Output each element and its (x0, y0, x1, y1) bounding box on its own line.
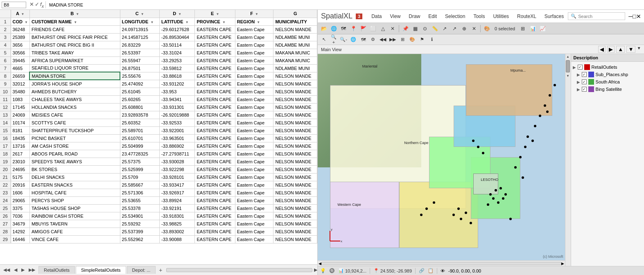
cell-name[interactable]: BK STORES (29, 165, 120, 173)
layer-subplaces[interactable]: ▶ ✓ Sub_Places.shp (573, 71, 643, 78)
cell-name[interactable]: MBUYIS TAVERN (29, 220, 120, 228)
cell-region[interactable]: Eastern Cape (235, 158, 273, 165)
minimize-button[interactable]: ─ (628, 13, 633, 20)
globe2-btn[interactable]: 🌐 (349, 36, 358, 44)
cell-province[interactable]: EASTERN CAPE (195, 103, 235, 111)
cell-province[interactable]: EASTERN CAPE (195, 33, 235, 41)
cell-municipality[interactable]: NELSON MANDE (273, 204, 317, 212)
cell-latitude[interactable]: -33.933417 (160, 181, 195, 189)
cell-name[interactable]: BATHURST ONE PRICE BIG II (29, 41, 120, 49)
add-sheet-button[interactable]: + (156, 267, 165, 273)
export-btn2[interactable]: 📈 (538, 24, 547, 33)
cell-longitude[interactable]: 25.504999 (120, 142, 159, 150)
cell-longitude[interactable]: 25.571306 (120, 189, 159, 196)
cell-cod[interactable]: 35480 (11, 88, 29, 95)
nav-draw[interactable]: Draw (404, 12, 424, 21)
sheet-nav-next[interactable]: ▶ (20, 266, 26, 273)
cell-municipality[interactable]: NELSON MANDE (273, 165, 317, 173)
pin-btn[interactable]: 📌 (401, 24, 410, 33)
cell-name[interactable]: FRIENDS CAFE (29, 25, 120, 33)
cell-cod[interactable]: 13716 (11, 142, 29, 150)
nav-surfaces[interactable]: Surfaces (540, 12, 568, 21)
col-header-e[interactable]: E ▼ (195, 10, 235, 18)
cell-province[interactable]: EASTERN CAPE (195, 165, 235, 173)
layer-retailoutlets[interactable]: ▶ ✓ RetailOutlets (573, 63, 643, 71)
globe-btn[interactable]: 🌐 (329, 24, 338, 33)
cell-name[interactable]: TASHAS HOUSE SHOP (29, 204, 120, 212)
expand-icon-3[interactable]: ▶ (577, 80, 580, 84)
checkbox-2[interactable]: ✓ (582, 72, 587, 77)
cell-name[interactable]: CHALEES TAKE AWAYS (29, 95, 120, 103)
cell-latitude[interactable]: -33.94341 (160, 95, 195, 103)
route-btn[interactable]: ↗ (440, 24, 449, 33)
cell-municipality[interactable]: NELSON MANDE (273, 111, 317, 119)
cell-province[interactable]: EASTERN CAPE (195, 158, 235, 165)
table-wrapper[interactable]: A ▼ B ▼ C ▼ D ▼ E ▼ F ▼ G 1 COD ▼ CUSTOM… (0, 10, 317, 264)
row-num-cell[interactable]: 21 (0, 173, 11, 181)
select-btn[interactable]: ▦ (411, 24, 420, 33)
cell-latitude[interactable]: -26.89530464 (160, 33, 195, 41)
lasso-btn[interactable]: ⊙ (420, 24, 429, 33)
cell-region[interactable]: Eastern Cape (235, 111, 273, 119)
col-header-d[interactable]: D ▼ (160, 10, 195, 18)
cell-region[interactable]: Eastern Cape (235, 103, 273, 111)
cell-name[interactable]: PERCYS SHOP (29, 196, 120, 204)
checkbox-1[interactable]: ✓ (578, 65, 583, 70)
row-num-cell[interactable]: 18 (0, 150, 11, 158)
cell-longitude[interactable]: 23.47728325 (120, 150, 159, 158)
cell-longitude[interactable]: 25.585667 (120, 181, 159, 189)
sheet-nav-first[interactable]: ◀◀ (2, 266, 11, 273)
cell-region[interactable]: Eastern Cape (235, 181, 273, 189)
row-num-cell[interactable]: 12 (0, 103, 11, 111)
cell-cod[interactable]: 10174 (11, 119, 29, 126)
view-expand-right[interactable]: ▶ (607, 46, 615, 53)
expand-icon-1[interactable]: ▶ (573, 65, 576, 70)
cell-region[interactable]: Eastern Cape (235, 235, 273, 243)
cell-name[interactable]: VINCE CAFE (29, 235, 120, 243)
cell-region[interactable]: Eastern Cape (235, 150, 273, 158)
cell-name[interactable]: PICNIC BASKET (29, 134, 120, 142)
cell-name[interactable]: SCOTTYS CAFE (29, 119, 120, 126)
cell-name[interactable]: MEISIES CAFE (29, 111, 120, 119)
cell-municipality[interactable]: NELSON MANDE (273, 173, 317, 181)
cell-region[interactable]: Eastern Cape (235, 88, 273, 95)
row-num-cell[interactable]: 25 (0, 204, 11, 212)
cell-municipality[interactable]: NELSON MANDE (273, 220, 317, 228)
tool4-btn[interactable]: ↗ (450, 24, 459, 33)
map-v-scrollbar[interactable]: ▲ ▼ (565, 54, 571, 266)
row-num-cell[interactable]: 19 (0, 158, 11, 165)
cell-longitude[interactable]: 25.57375 (120, 158, 159, 165)
nav-edit[interactable]: Edit (424, 12, 441, 21)
cell-province[interactable]: EASTERN CAPE (195, 56, 235, 64)
cell-longitude[interactable]: 23.92893578 (120, 111, 159, 119)
view-expand-down[interactable]: ▼ (626, 46, 635, 53)
cell-name[interactable]: AMIGOS CAFE (29, 228, 120, 235)
row-num-cell[interactable]: 11 (0, 95, 11, 103)
row-num-cell[interactable]: 6 (0, 56, 11, 64)
cell-region[interactable]: Eastern Cape (235, 204, 273, 212)
cell-province[interactable]: EASTERN CAPE (195, 220, 235, 228)
measure-btn[interactable]: 📏 (430, 24, 439, 33)
cell-latitude[interactable]: -33.922298 (160, 165, 195, 173)
horizontal-scrollbar[interactable] (166, 267, 312, 273)
cell-cod[interactable]: 36248 (11, 25, 29, 33)
expand-icon-2[interactable]: ▶ (577, 72, 580, 77)
maximize-button[interactable]: □ (633, 13, 636, 20)
nav-data[interactable]: Data (367, 12, 386, 21)
cell-latitude[interactable]: -27.27938711 (160, 150, 195, 158)
cell-region[interactable]: Eastern Cape (235, 142, 273, 150)
row-num-cell[interactable]: 27 (0, 220, 11, 228)
cell-longitude[interactable]: 25.53655 (120, 196, 159, 204)
col-header-g[interactable]: G (273, 10, 317, 18)
row-num-cell[interactable]: 23 (0, 189, 11, 196)
scroll-right-button[interactable]: ▶ (314, 267, 317, 273)
cell-region[interactable]: Eastern Cape (235, 41, 273, 49)
cell-longitude[interactable]: 25.589701 (120, 126, 159, 134)
cell-province[interactable]: EASTERN CAPE (195, 49, 235, 56)
layer-southafrica[interactable]: ▶ ✓ South Africa (573, 78, 643, 86)
cell-region[interactable]: Eastern Cape (235, 25, 273, 33)
close-button[interactable]: ✕ (636, 13, 641, 20)
cell-region[interactable]: Eastern Cape (235, 119, 273, 126)
row-num-cell[interactable]: 13 (0, 111, 11, 119)
cell-name[interactable]: EASTERN SNACKS (29, 181, 120, 189)
